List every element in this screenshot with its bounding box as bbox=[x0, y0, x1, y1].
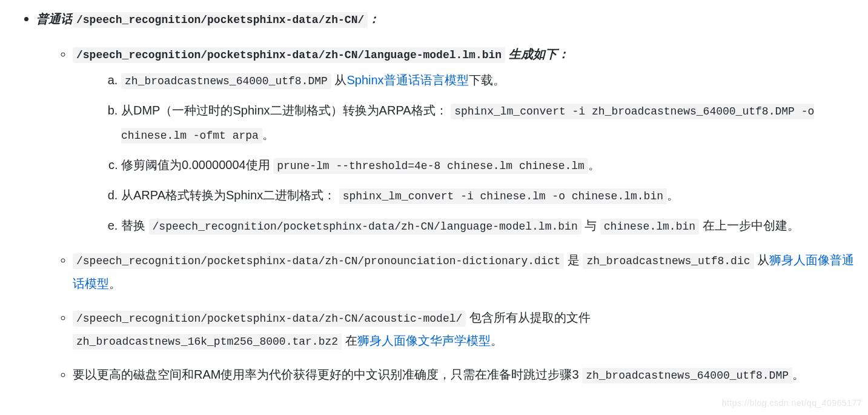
sub1-code: /speech_recognition/pocketsphinx-data/zh… bbox=[73, 47, 505, 63]
top-item: 普通话/speech_recognition/pocketsphinx-data… bbox=[36, 6, 856, 386]
sub-item-2: /speech_recognition/pocketsphinx-data/zh… bbox=[73, 248, 856, 294]
sub-item-4: 要以更高的磁盘空间和RAM使用率为代价获得更好的中文识别准确度，只需在准备时跳过… bbox=[73, 363, 856, 386]
step-e: 替换 /speech_recognition/pocketsphinx-data… bbox=[121, 213, 856, 237]
step-d-code: sphinx_lm_convert -i chinese.lm -o chine… bbox=[339, 188, 667, 204]
step-c: 修剪阈值为0.00000004使用 prune-lm --threshold=4… bbox=[121, 153, 856, 177]
top-code: /speech_recognition/pocketsphinx-data/zh… bbox=[73, 12, 368, 28]
step-e-code2: chinese.lm.bin bbox=[600, 219, 699, 234]
step-e-code1: /speech_recognition/pocketsphinx-data/zh… bbox=[149, 219, 581, 234]
sub2-code2: zh_broadcastnews_utf8.dic bbox=[583, 253, 754, 269]
sub3-code1: /speech_recognition/pocketsphinx-data/zh… bbox=[73, 311, 466, 327]
step-a-link[interactable]: Sphinx普通话语言模型 bbox=[346, 73, 468, 87]
sub4-code: zh_broadcastnews_64000_utf8.DMP bbox=[582, 368, 792, 383]
outer-list: 普通话/speech_recognition/pocketsphinx-data… bbox=[12, 6, 856, 386]
steps-list: zh_broadcastnews_64000_utf8.DMP 从Sphinx普… bbox=[73, 68, 856, 237]
sub3-link[interactable]: 狮身人面像文华声学模型 bbox=[357, 334, 491, 347]
sub3-code2: zh_broadcastnews_16k_ptm256_8000.tar.bz2 bbox=[73, 334, 342, 350]
sub1-heading: /speech_recognition/pocketsphinx-data/zh… bbox=[73, 47, 569, 61]
watermark: https://blog.csdn.net/qq_40965177 bbox=[722, 395, 862, 403]
step-c-code: prune-lm --threshold=4e-8 chinese.lm chi… bbox=[273, 158, 588, 174]
inner-list: /speech_recognition/pocketsphinx-data/zh… bbox=[36, 42, 856, 386]
sub-item-3: /speech_recognition/pocketsphinx-data/zh… bbox=[73, 306, 856, 352]
top-label: 普通话/speech_recognition/pocketsphinx-data… bbox=[36, 12, 380, 25]
step-d: 从ARPA格式转换为Sphinx二进制格式： sphinx_lm_convert… bbox=[121, 183, 856, 207]
step-a-code: zh_broadcastnews_64000_utf8.DMP bbox=[121, 73, 331, 89]
sub-item-1: /speech_recognition/pocketsphinx-data/zh… bbox=[73, 42, 856, 237]
step-b: 从DMP（一种过时的Sphinx二进制格式）转换为ARPA格式： sphinx_… bbox=[121, 98, 856, 147]
sub2-code1: /speech_recognition/pocketsphinx-data/zh… bbox=[73, 253, 564, 269]
step-a: zh_broadcastnews_64000_utf8.DMP 从Sphinx普… bbox=[121, 68, 856, 92]
